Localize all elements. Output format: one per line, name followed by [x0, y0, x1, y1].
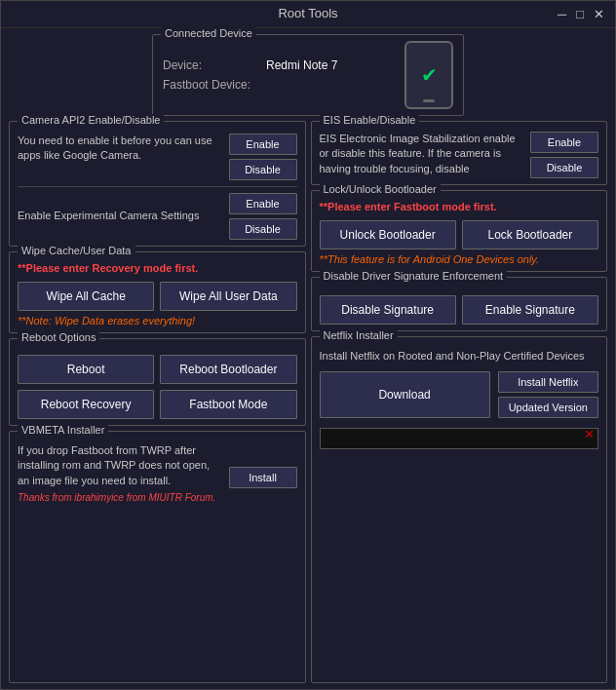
connected-device-wrapper: Connected Device Device: Redmi Note 7 Fa… [9, 34, 607, 116]
driver-sig-label: Disable Driver Signature Enforcement [320, 270, 508, 282]
eis-desc: EIS Electronic Image Stabilization enabl… [320, 132, 523, 176]
eis-box: EIS Enable/Disable EIS Electronic Image … [311, 121, 608, 185]
wipe-user-button[interactable]: Wipe All User Data [160, 282, 296, 311]
netflix-buttons-row: Download Install Netflix Updated Version [320, 371, 599, 418]
netflix-desc: Install Netflix on Rooted and Non-Play C… [320, 349, 599, 364]
bootloader-warning: **Please enter Fastboot mode first. [320, 201, 599, 212]
left-column: Camera API2 Enable/Disable You need to e… [9, 121, 306, 683]
reboot-recovery-button[interactable]: Reboot Recovery [18, 390, 154, 419]
eis-label: EIS Enable/Disable [320, 114, 420, 126]
vbmeta-install-button[interactable]: Install [229, 467, 297, 488]
device-value: Redmi Note 7 [266, 58, 337, 72]
lock-bootloader-button[interactable]: Lock Bootloader [462, 220, 598, 249]
window-title: Root Tools [278, 6, 337, 20]
camera-exp-buttons: Enable Disable [229, 193, 297, 240]
connected-device-label: Connected Device [161, 27, 256, 39]
fastboot-label: Fastboot Device: [163, 78, 260, 92]
camera-exp-row: Enable Experimental Camera Settings Enab… [18, 186, 297, 240]
bootloader-note: **This feature is for Android One Device… [320, 253, 599, 265]
title-bar: Root Tools ─ □ ✕ [1, 1, 615, 28]
reboot-bootloader-button[interactable]: Reboot Bootloader [160, 355, 296, 384]
reboot-label: Reboot Options [18, 331, 99, 343]
eis-disable-button[interactable]: Disable [530, 157, 598, 178]
camera-exp-label: Enable Experimental Camera Settings [18, 209, 199, 223]
main-content: Connected Device Device: Redmi Note 7 Fa… [1, 28, 615, 689]
eis-enable-button[interactable]: Enable [530, 132, 598, 153]
minimize-button[interactable]: ─ [553, 8, 571, 20]
wipe-cache-label: Wipe Cache/User Data [18, 245, 135, 256]
reboot-buttons: Reboot Reboot Bootloader Reboot Recovery… [18, 355, 297, 419]
device-info: Device: Redmi Note 7 Fastboot Device: [163, 58, 337, 92]
bootloader-box: Lock/Unlock Bootloader **Please enter Fa… [311, 190, 608, 272]
bootloader-buttons: Unlock Bootloader Lock Bootloader [320, 220, 599, 249]
wipe-note: **Note: Wipe Data erases everything! [18, 315, 297, 326]
netflix-input-clear-icon[interactable]: ✕ [584, 427, 595, 441]
unlock-bootloader-button[interactable]: Unlock Bootloader [320, 220, 456, 249]
main-grid: Camera API2 Enable/Disable You need to e… [9, 121, 607, 683]
wipe-cache-button[interactable]: Wipe All Cache [18, 282, 154, 311]
phone-icon: ✔ [404, 41, 453, 109]
right-column: EIS Enable/Disable EIS Electronic Image … [311, 121, 608, 683]
netflix-box: Netflix Installer Install Netflix on Roo… [311, 336, 608, 683]
camera-api-label: Camera API2 Enable/Disable [18, 114, 164, 126]
camera-api-desc: You need to enable it before you can use… [18, 134, 221, 164]
reboot-button[interactable]: Reboot [18, 355, 154, 384]
vbmeta-row: If you drop Fastboot from TWRP after ins… [18, 443, 297, 488]
vbmeta-label: VBMETA Installer [18, 424, 108, 436]
eis-row: EIS Electronic Image Stabilization enabl… [320, 132, 599, 178]
camera-api-row: You need to enable it before you can use… [18, 134, 297, 180]
device-row: Device: Redmi Note 7 [163, 58, 337, 72]
camera-api-box: Camera API2 Enable/Disable You need to e… [9, 121, 306, 247]
netflix-install-button[interactable]: Install Netflix [498, 371, 598, 393]
reboot-box: Reboot Options Reboot Reboot Bootloader … [9, 338, 306, 426]
check-icon: ✔ [421, 63, 438, 87]
vbmeta-desc: If you drop Fastboot from TWRP after ins… [18, 443, 215, 488]
wipe-warning: **Please enter Recovery mode first. [18, 262, 297, 274]
fastboot-mode-button[interactable]: Fastboot Mode [160, 390, 296, 419]
camera-api-buttons: Enable Disable [229, 134, 297, 180]
connected-device-box: Connected Device Device: Redmi Note 7 Fa… [152, 34, 464, 116]
wipe-buttons: Wipe All Cache Wipe All User Data [18, 282, 297, 311]
main-window: Root Tools ─ □ ✕ Connected Device Device… [0, 0, 616, 690]
bootloader-label: Lock/Unlock Bootloader [320, 183, 441, 195]
driver-sig-box: Disable Driver Signature Enforcement Dis… [311, 277, 608, 331]
eis-buttons: Enable Disable [530, 132, 598, 178]
fastboot-row: Fastboot Device: [163, 78, 337, 92]
camera-disable-button[interactable]: Disable [229, 159, 297, 180]
netflix-label: Netflix Installer [320, 329, 398, 341]
enable-sig-button[interactable]: Enable Signature [462, 295, 598, 325]
netflix-input-wrapper: ✕ [320, 424, 599, 449]
camera-enable-button[interactable]: Enable [229, 134, 297, 155]
wipe-cache-box: Wipe Cache/User Data **Please enter Reco… [9, 251, 306, 333]
maximize-button[interactable]: □ [571, 8, 589, 20]
netflix-right-buttons: Install Netflix Updated Version [498, 371, 598, 418]
device-label: Device: [163, 58, 260, 72]
netflix-input[interactable] [320, 428, 599, 449]
driver-sig-buttons: Disable Signature Enable Signature [320, 295, 599, 325]
netflix-updated-button[interactable]: Updated Version [498, 397, 598, 418]
camera-exp-disable-button[interactable]: Disable [229, 218, 297, 240]
close-button[interactable]: ✕ [589, 8, 609, 20]
vbmeta-thanks: Thanks from ibrahimyice from MIUITR Foru… [18, 492, 297, 503]
camera-exp-enable-button[interactable]: Enable [229, 193, 297, 214]
netflix-download-button[interactable]: Download [320, 371, 490, 418]
vbmeta-box: VBMETA Installer If you drop Fastboot fr… [9, 431, 306, 683]
disable-sig-button[interactable]: Disable Signature [320, 295, 456, 325]
